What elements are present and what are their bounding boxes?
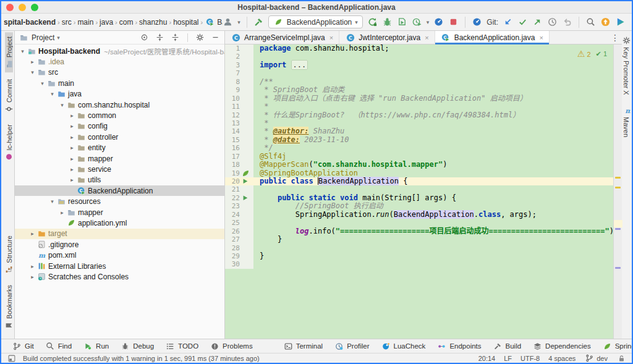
tree-chevron-icon[interactable]: ▾ xyxy=(38,80,46,87)
tree-chevron-icon[interactable]: ▸ xyxy=(68,177,76,183)
code-line[interactable]: 7 xyxy=(225,69,622,77)
inspection-widget[interactable]: ⚠ 2 ✔ 1 xyxy=(577,49,607,58)
tab-options-icon[interactable]: ⋮ xyxy=(611,33,619,42)
code-line[interactable]: 8/** xyxy=(225,78,622,86)
tab-close-icon[interactable]: × xyxy=(425,34,428,41)
breadcrumb-item[interactable]: shanzhu xyxy=(139,18,167,27)
breadcrumb-item[interactable]: src xyxy=(62,18,72,27)
tree-chevron-icon[interactable]: ▾ xyxy=(48,198,56,205)
breadcrumb-item[interactable]: main xyxy=(77,18,93,27)
code-line[interactable]: 19@SpringBootApplication xyxy=(225,169,622,177)
code-line[interactable]: 23 //SpringBoot 执行启动 xyxy=(225,202,622,210)
code-line[interactable]: 2 xyxy=(225,53,622,61)
tree-chevron-icon[interactable]: ▾ xyxy=(19,48,27,54)
breadcrumb-item[interactable]: CBackendApplication xyxy=(205,17,223,27)
status-message[interactable]: Build completed successfully with 1 warn… xyxy=(23,355,260,362)
toolwindow-build[interactable]: Build xyxy=(493,341,522,352)
git-branch-widget[interactable]: dev xyxy=(584,353,608,363)
toolwindow-debug[interactable]: Debug xyxy=(120,341,154,352)
bug-icon[interactable] xyxy=(382,17,393,27)
code-line[interactable]: 9 * SpringBoot 启动类 xyxy=(225,86,622,94)
code-line[interactable]: 11 * xyxy=(225,103,622,111)
minus-icon[interactable] xyxy=(210,32,221,43)
tree-item-pom-xml[interactable]: mpom.xml xyxy=(15,250,224,260)
tree-item-scratches-and-consoles[interactable]: ▸Scratches and Consoles xyxy=(15,271,224,282)
lock-icon[interactable] xyxy=(616,353,627,363)
toolwindow-dependencies[interactable]: Dependencies xyxy=(532,341,591,352)
tree-item--idea[interactable]: ▸.idea xyxy=(15,56,224,67)
tree-chevron-icon[interactable]: ▸ xyxy=(68,145,76,151)
gear-icon[interactable] xyxy=(195,32,205,43)
expand-all-icon[interactable] xyxy=(155,32,165,43)
close-window-button[interactable] xyxy=(6,4,14,11)
toolwindow-luacheck[interactable]: LuaCheck xyxy=(381,341,426,352)
readonly-lock-icon[interactable] xyxy=(616,353,627,363)
tree-chevron-icon[interactable]: ▸ xyxy=(68,156,76,162)
toolwindow-stripe-structure[interactable]: Structure xyxy=(5,231,13,278)
code-line[interactable]: 3import ... xyxy=(225,61,622,69)
tree-chevron-icon[interactable]: ▸ xyxy=(28,263,36,269)
person-dropdown-icon[interactable]: ▾ xyxy=(237,19,240,25)
toolwindow-stripe-maven[interactable]: mMaven xyxy=(622,102,631,142)
toolwindow-todo[interactable]: TODO xyxy=(165,341,198,352)
editor-tab-backendapplication-java[interactable]: CBackendApplication.java× xyxy=(435,31,550,44)
tree-chevron-icon[interactable]: ▸ xyxy=(28,231,36,237)
breadcrumb-item[interactable]: com xyxy=(119,18,134,27)
tree-item-src[interactable]: ▾src xyxy=(15,67,224,78)
indent-setting[interactable]: 4 spaces xyxy=(548,355,576,362)
code-line[interactable]: 24 SpringApplication.run(BackendApplicat… xyxy=(225,211,622,219)
tree-item-main[interactable]: ▾main xyxy=(15,78,224,88)
tree-item-external-libraries[interactable]: ▸External Libraries xyxy=(15,261,224,271)
tree-item-service[interactable]: ▸service xyxy=(15,164,224,174)
maximize-window-button[interactable] xyxy=(31,4,38,11)
minimize-window-button[interactable] xyxy=(19,4,26,11)
code-line[interactable]: 16 */ xyxy=(225,144,622,152)
code-line[interactable]: 27 } xyxy=(225,235,622,243)
stop-icon[interactable] xyxy=(448,17,459,27)
history-icon[interactable] xyxy=(547,17,558,27)
code-line[interactable]: 18@MapperScan("com.shanzhu.hospital.mapp… xyxy=(225,161,622,169)
tree-item-config[interactable]: ▸config xyxy=(15,121,224,132)
line-separator[interactable]: LF xyxy=(504,355,512,362)
tree-item--gitignore[interactable]: .gitignore xyxy=(15,239,224,250)
toolwindow-stripe-key-promoter-x[interactable]: Key Promoter X xyxy=(622,32,631,99)
toolwindow-profiler[interactable]: Profiler xyxy=(334,341,369,352)
tree-item-application-yml[interactable]: application.yml xyxy=(15,218,224,228)
toolwindow-stripe-commit[interactable]: Commit xyxy=(5,75,13,117)
toolwindow-stripe-lc-helper[interactable]: lc-helper xyxy=(5,120,13,165)
tree-item-entity[interactable]: ▸entity xyxy=(15,143,224,153)
breadcrumb-item[interactable]: java xyxy=(100,18,113,27)
code-line[interactable]: 20public class BackendApplication { xyxy=(225,177,622,185)
code-line[interactable]: 25 xyxy=(225,219,622,227)
up-orange-icon[interactable] xyxy=(600,17,611,27)
code-line[interactable]: 30 xyxy=(225,260,622,268)
person-icon[interactable] xyxy=(223,17,233,27)
code-line[interactable]: 1package com.shanzhu.hospital; xyxy=(225,44,622,53)
collapse-all-icon[interactable] xyxy=(170,32,181,43)
tree-item-backendapplication[interactable]: CBackendApplication xyxy=(15,185,224,196)
arrow-dl-icon[interactable] xyxy=(503,17,513,27)
editor-tab-jwtinterceptor-java[interactable]: CJwtInterceptor.java× xyxy=(339,31,435,44)
project-view-dropdown-icon[interactable]: ▾ xyxy=(57,35,60,41)
code-line[interactable]: 12 * 什么是SpringBoot? （https://www.php.cn/… xyxy=(225,111,622,119)
toolwindow-find[interactable]: Find xyxy=(45,341,72,352)
tree-item-com-shanzhu-hospital[interactable]: ▾com.shanzhu.hospital xyxy=(15,99,224,110)
tree-item-controller[interactable]: ▸controller xyxy=(15,132,224,142)
profiler-dropdown-icon[interactable]: ▾ xyxy=(427,19,430,25)
tree-chevron-icon[interactable]: ▸ xyxy=(68,134,76,140)
tree-item-hospital-backend[interactable]: ▾Hospital-backend~/saleProject/医院管理系统/Ho… xyxy=(15,46,224,56)
editor-scrollbar[interactable] xyxy=(613,44,622,339)
tree-chevron-icon[interactable]: ▸ xyxy=(58,210,66,216)
caret-position[interactable]: 20:14 xyxy=(478,355,496,362)
win-corner-icon[interactable] xyxy=(6,353,17,363)
tab-close-icon[interactable]: × xyxy=(329,34,333,41)
code-editor[interactable]: 1package com.shanzhu.hospital;23import .… xyxy=(225,44,622,339)
tree-item-java[interactable]: ▾java xyxy=(15,89,224,99)
code-line[interactable]: 26 log.info("====================项目后端启动成… xyxy=(225,227,622,235)
tree-chevron-icon[interactable]: ▸ xyxy=(68,112,76,119)
tree-item-resources[interactable]: ▾resources xyxy=(15,196,224,206)
tree-item-mapper[interactable]: ▸mapper xyxy=(15,153,224,164)
file-encoding[interactable]: UTF-8 xyxy=(520,355,540,362)
editor-tab-arrangeserviceimpl-java[interactable]: CArrangeServiceImpl.java× xyxy=(225,31,339,44)
project-panel-title[interactable]: Project xyxy=(32,33,54,42)
